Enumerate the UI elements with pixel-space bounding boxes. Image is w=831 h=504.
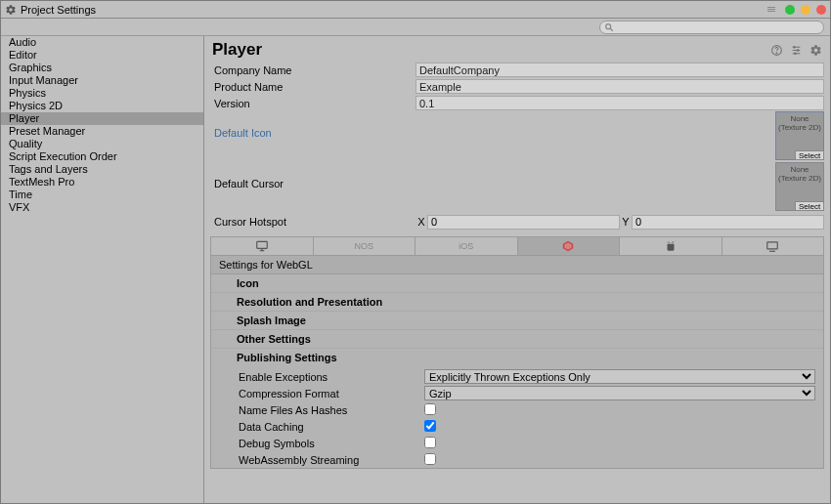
settings-category-list: AudioEditorGraphicsInput ManagerPhysicsP… [1,36,204,503]
sidebar-item-physics[interactable]: Physics [1,87,203,100]
cursor-hotspot-label: Cursor Hotspot [210,216,416,228]
debug-symbols-label: Debug Symbols [219,438,424,449]
hotspot-y-label: Y [620,216,632,228]
sidebar-item-vfx[interactable]: VFX [1,201,203,214]
platform-tab-ios[interactable]: iOS [416,237,518,255]
hotspot-x-input[interactable] [427,215,620,230]
sidebar-item-editor[interactable]: Editor [1,49,203,62]
sidebar-item-quality[interactable]: Quality [1,138,203,150]
foldout-publishing-settings[interactable]: Publishing Settings [211,349,823,366]
search-field[interactable] [599,21,824,34]
window-title: Project Settings [21,4,96,16]
window-tab[interactable]: Project Settings [5,4,96,16]
compression-format-row: Compression Format Gzip [219,385,815,401]
company-name-label: Company Name [210,64,416,76]
foldout-list: IconResolution and PresentationSplash Im… [211,274,823,366]
svg-point-8 [797,49,799,51]
hotspot-x-label: X [416,216,427,228]
sidebar-item-tags-and-layers[interactable]: Tags and Layers [1,163,203,176]
platform-tab-tv[interactable] [722,237,824,255]
search-icon [604,22,614,32]
enable-exceptions-select[interactable]: Explicitly Thrown Exceptions Only [424,369,815,384]
company-name-row: Company Name [210,62,824,78]
svg-point-7 [793,46,795,48]
sidebar-item-input-manager[interactable]: Input Manager [1,74,203,87]
window-min-button[interactable] [785,5,795,15]
sidebar-item-audio[interactable]: Audio [1,36,203,49]
default-icon-asset[interactable]: None (Texture 2D) Select [775,111,824,160]
sidebar-item-script-execution-order[interactable]: Script Execution Order [1,150,203,163]
compression-format-label: Compression Format [219,388,424,399]
svg-point-0 [606,23,611,28]
sidebar-item-player[interactable]: Player [1,112,203,125]
body: AudioEditorGraphicsInput ManagerPhysicsP… [1,36,830,503]
asset-none-text: None (Texture 2D) [776,112,823,132]
title-bar: Project Settings [1,1,830,19]
asset-select-button[interactable]: Select [795,150,824,160]
default-icon-row: Default Icon None (Texture 2D) Select [210,111,824,162]
publishing-settings-body: Enable Exceptions Explicitly Thrown Exce… [211,366,823,468]
presets-button[interactable] [789,43,803,57]
sidebar-item-time[interactable]: Time [1,189,203,201]
enable-exceptions-label: Enable Exceptions [219,371,424,383]
platform-settings-panel: Settings for WebGL IconResolution and Pr… [210,256,824,469]
sidebar-item-graphics[interactable]: Graphics [1,62,203,74]
product-name-label: Product Name [210,81,416,93]
foldout-other-settings[interactable]: Other Settings [211,330,823,349]
product-name-input[interactable] [416,79,824,94]
version-label: Version [210,98,416,109]
panel-scroll[interactable]: Company Name Product Name Version Defaul… [204,62,830,503]
settings-for-label: Settings for WebGL [211,256,823,274]
window-controls [767,5,826,15]
data-caching-label: Data Caching [219,421,424,433]
foldout-icon[interactable]: Icon [211,274,823,293]
hotspot-y-input[interactable] [632,215,824,230]
svg-point-3 [776,52,777,53]
version-input[interactable] [416,96,824,110]
webassembly-streaming-checkbox[interactable] [424,453,436,465]
window-max-button[interactable] [801,5,810,15]
sidebar-item-textmesh-pro[interactable]: TextMesh Pro [1,176,203,189]
sidebar-item-preset-manager[interactable]: Preset Manager [1,125,203,138]
webassembly-streaming-row: WebAssembly Streaming [219,451,815,468]
menu-icon[interactable] [767,7,775,12]
help-button[interactable] [769,43,783,57]
project-settings-window: Project Settings AudioEditorGraphicsInpu… [0,0,831,504]
settings-gear-button[interactable] [809,43,822,57]
svg-rect-15 [767,242,778,249]
platform-tab-nos[interactable]: NOS [314,237,416,255]
foldout-resolution-and-presentation[interactable]: Resolution and Presentation [211,293,823,312]
settings-panel: Player Company Name Product Name Version [204,36,830,503]
enable-exceptions-row: Enable Exceptions Explicitly Thrown Exce… [219,368,815,385]
company-name-input[interactable] [416,63,824,77]
window-close-button[interactable] [816,5,826,15]
gear-icon [5,4,17,16]
foldout-splash-image[interactable]: Splash Image [211,312,823,330]
platform-tab-android[interactable] [620,237,722,255]
svg-rect-10 [257,241,268,248]
default-icon-label: Default Icon [214,111,419,139]
svg-point-9 [794,52,796,54]
platform-tabs: NOSiOS [210,236,824,256]
sidebar-item-physics-2d[interactable]: Physics 2D [1,100,203,112]
svg-line-1 [610,28,613,31]
product-name-row: Product Name [210,78,824,95]
name-files-as-hashes-checkbox[interactable] [424,403,436,415]
cursor-hotspot-row: Cursor Hotspot X Y [210,213,824,231]
platform-tab-webgl[interactable] [518,237,621,255]
name-files-as-hashes-label: Name Files As Hashes [219,404,424,416]
search-input[interactable] [614,21,819,32]
name-files-as-hashes-row: Name Files As Hashes [219,401,815,418]
panel-header: Player [204,36,830,62]
default-cursor-asset[interactable]: None (Texture 2D) Select [775,162,824,211]
asset-select-button[interactable]: Select [795,201,824,211]
data-caching-checkbox[interactable] [424,420,436,432]
compression-format-select[interactable]: Gzip [424,386,815,400]
toolbar [1,19,830,36]
default-cursor-row: Default Cursor None (Texture 2D) Select [210,162,824,213]
panel-title: Player [212,40,262,60]
data-caching-row: Data Caching [219,418,815,435]
debug-symbols-checkbox[interactable] [424,437,436,448]
debug-symbols-row: Debug Symbols [219,435,815,451]
platform-tab-desktop[interactable] [211,237,314,255]
